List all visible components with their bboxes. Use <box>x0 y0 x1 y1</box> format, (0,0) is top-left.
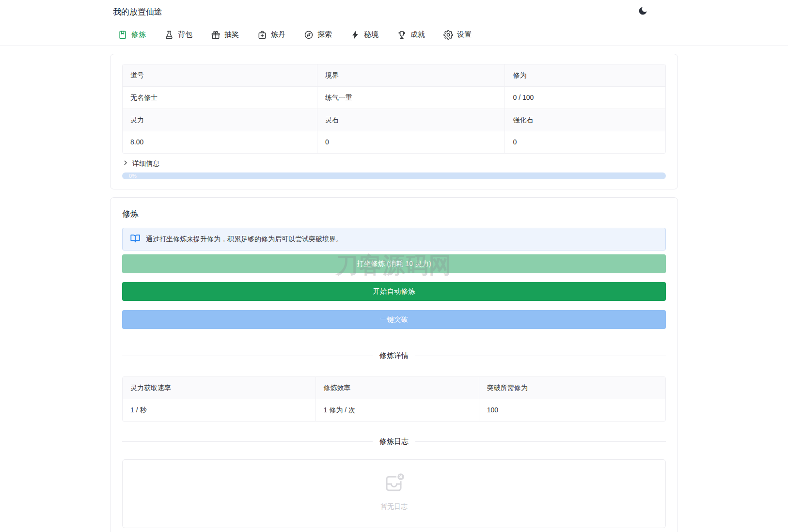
table-row: 灵力获取速率 修炼效率 突破所需修为 <box>123 377 665 399</box>
cultivation-progress-bar: 0% <box>122 172 666 179</box>
stats-card: 道号 境界 修为 无名修士 练气一重 0 / 100 灵力 灵石 强化石 8.0… <box>110 54 678 189</box>
cultivation-details-table: 灵力获取速率 修炼效率 突破所需修为 1 / 秒 1 修为 / 次 100 <box>122 376 666 422</box>
info-alert-text: 通过打坐修炼来提升修为，积累足够的修为后可以尝试突破境界。 <box>146 235 343 244</box>
tab-label: 修炼 <box>131 30 146 39</box>
auto-cultivate-button[interactable]: 开始自动修炼 <box>122 282 666 301</box>
cultivation-card: 修炼 通过打坐修炼来提升修为，积累足够的修为后可以尝试突破境界。 打坐修炼 (消… <box>110 197 678 532</box>
page-title: 我的放置仙途 <box>110 6 162 17</box>
table-cell: 1 修为 / 次 <box>315 399 479 421</box>
book-icon <box>118 30 127 40</box>
open-book-icon <box>130 233 141 245</box>
table-cell: 0 <box>504 131 665 153</box>
compass-icon <box>304 30 314 40</box>
table-header-cell: 强化石 <box>504 109 665 131</box>
tab-label: 背包 <box>178 30 192 39</box>
table-header-cell: 修炼效率 <box>315 377 479 399</box>
tab-explore[interactable]: 探索 <box>304 30 332 40</box>
tab-label: 设置 <box>457 30 472 39</box>
gear-icon <box>443 30 453 40</box>
tab-secret-realm[interactable]: 秘境 <box>350 30 378 40</box>
breakthrough-button[interactable]: 一键突破 <box>122 310 666 329</box>
table-header-cell: 道号 <box>123 64 317 86</box>
table-row: 8.00 0 0 <box>123 131 665 153</box>
details-divider-label: 修炼详情 <box>373 350 415 361</box>
table-cell: 无名修士 <box>123 87 317 109</box>
tab-cultivation[interactable]: 修炼 <box>118 30 146 40</box>
progress-percent-label: 0% <box>122 172 666 179</box>
tab-label: 抽奖 <box>224 30 239 39</box>
table-header-cell: 突破所需修为 <box>479 377 665 399</box>
log-empty-state: 暂无日志 <box>122 459 666 528</box>
meditate-button[interactable]: 打坐修炼 (消耗 10 灵力) <box>122 254 666 273</box>
table-header-cell: 境界 <box>317 64 505 86</box>
table-cell: 100 <box>479 399 665 421</box>
table-cell: 0 / 100 <box>504 87 665 109</box>
empty-state-text: 暂无日志 <box>380 502 408 511</box>
table-row: 道号 境界 修为 <box>123 64 665 86</box>
log-divider-label: 修炼日志 <box>373 436 415 447</box>
tab-label: 炼丹 <box>271 30 285 39</box>
table-row: 1 / 秒 1 修为 / 次 100 <box>123 399 665 421</box>
log-divider: 修炼日志 <box>122 436 666 447</box>
details-expander-label: 详细信息 <box>132 159 159 168</box>
medkit-icon <box>257 30 267 40</box>
details-expander[interactable]: 详细信息 <box>122 158 175 169</box>
tab-backpack[interactable]: 背包 <box>164 30 192 40</box>
tab-settings[interactable]: 设置 <box>443 30 472 40</box>
table-cell: 8.00 <box>123 131 317 153</box>
tab-achievements[interactable]: 成就 <box>397 30 425 40</box>
flask-icon <box>164 30 174 40</box>
tab-alchemy[interactable]: 炼丹 <box>257 30 285 40</box>
tab-lottery[interactable]: 抽奖 <box>211 30 239 40</box>
table-cell: 练气一重 <box>317 87 505 109</box>
cultivation-info-alert: 通过打坐修炼来提升修为，积累足够的修为后可以尝试突破境界。 <box>122 228 666 250</box>
app-header: 我的放置仙途 <box>0 0 788 23</box>
gift-icon <box>211 30 221 40</box>
tab-label: 成就 <box>410 30 425 39</box>
table-header-cell: 修为 <box>504 64 665 86</box>
table-header-cell: 灵力获取速率 <box>123 377 315 399</box>
moon-icon <box>638 6 648 17</box>
tab-label: 探索 <box>317 30 332 39</box>
table-cell: 0 <box>317 131 505 153</box>
chevron-right-icon <box>122 159 129 168</box>
tab-label: 秘境 <box>364 30 378 39</box>
theme-toggle-button[interactable] <box>638 6 648 17</box>
table-row: 灵力 灵石 强化石 <box>123 109 665 131</box>
table-header-cell: 灵力 <box>123 109 317 131</box>
table-row: 无名修士 练气一重 0 / 100 <box>123 86 665 109</box>
trophy-icon <box>397 30 407 40</box>
section-title: 修炼 <box>122 208 666 220</box>
nav-bar: 修炼 背包 抽奖 炼丹 探索 <box>0 23 788 46</box>
bolt-icon <box>350 30 360 40</box>
empty-inbox-icon <box>382 471 406 496</box>
table-cell: 1 / 秒 <box>123 399 315 421</box>
stats-table: 道号 境界 修为 无名修士 练气一重 0 / 100 灵力 灵石 强化石 8.0… <box>122 64 666 154</box>
table-header-cell: 灵石 <box>317 109 505 131</box>
details-divider: 修炼详情 <box>122 350 666 361</box>
